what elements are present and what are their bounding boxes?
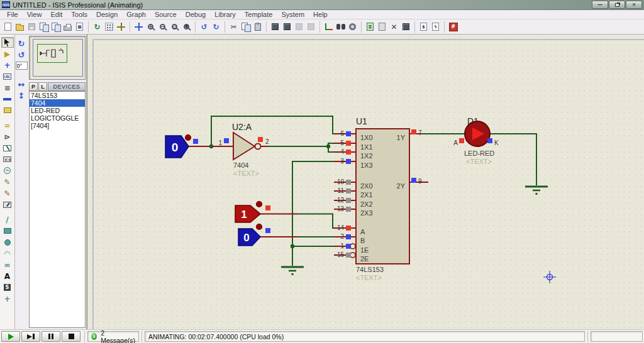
terminals-mode-button[interactable]: =: [1, 120, 14, 131]
toggle-button[interactable]: [257, 224, 262, 230]
rotate-anticlockwise-button[interactable]: ↺: [18, 49, 25, 60]
paste-button[interactable]: [252, 21, 264, 33]
mirror-horizontal-button[interactable]: ↔: [18, 79, 25, 90]
2d-closed-path-mode-button[interactable]: ∞: [1, 259, 14, 270]
goto-sheet-button[interactable]: [400, 21, 412, 33]
text-script-mode-button[interactable]: ≡: [1, 82, 14, 93]
toggle-button[interactable]: [186, 135, 191, 141]
cut-button[interactable]: ✂: [228, 21, 240, 33]
zoom-area-button[interactable]: ▫: [169, 21, 180, 33]
redraw-button[interactable]: ↻: [91, 21, 103, 33]
new-sheet-button[interactable]: [376, 21, 388, 33]
component-mode-button[interactable]: ▶: [1, 48, 14, 59]
search-tag-button[interactable]: [335, 21, 347, 33]
rotate-clockwise-button[interactable]: ↻: [18, 38, 25, 49]
copy-button[interactable]: [240, 21, 252, 33]
menu-edit[interactable]: Edit: [46, 11, 67, 18]
wire-autorouter-button[interactable]: [323, 21, 335, 33]
netlist-to-ares-button[interactable]: #: [447, 21, 459, 33]
menu-graph[interactable]: Graph: [122, 11, 150, 18]
device-item-[7404][interactable]: [7404]: [30, 122, 85, 129]
bill-of-materials-button[interactable]: $: [418, 21, 430, 33]
device-item-7404[interactable]: 7404: [30, 99, 85, 107]
property-assignment-button[interactable]: [347, 21, 358, 33]
mirror-vertical-button[interactable]: ↕: [18, 90, 25, 101]
zoom-in-button[interactable]: +: [145, 21, 157, 33]
library-manager-button[interactable]: L: [38, 82, 47, 91]
menu-debug[interactable]: Debug: [181, 11, 210, 18]
block-move-button[interactable]: [281, 21, 293, 33]
overview-viewport[interactable]: [37, 44, 67, 63]
minimize-button[interactable]: —: [592, 1, 608, 9]
2d-box-mode-button[interactable]: [1, 226, 14, 236]
menu-file[interactable]: File: [3, 11, 23, 18]
open-design-button[interactable]: [14, 21, 26, 33]
undo-button[interactable]: ↺: [198, 21, 210, 33]
logictoggle-b[interactable]: 0: [238, 224, 270, 246]
inverter-u2a[interactable]: U2:A 1 2 7404 <TEXT>: [218, 122, 269, 177]
redo-button[interactable]: ↻: [210, 21, 222, 33]
block-copy-button[interactable]: [269, 21, 281, 33]
zoom-out-button[interactable]: −: [157, 21, 169, 33]
menu-template[interactable]: Template: [240, 11, 277, 18]
led-d1[interactable]: D1 A K LED-RED <TEXT>: [453, 116, 499, 165]
logictoggle-a[interactable]: 1: [235, 202, 270, 223]
menu-library[interactable]: Library: [210, 11, 240, 18]
device-item-led-red[interactable]: LED-RED: [30, 107, 85, 114]
2d-symbol-mode-button[interactable]: S: [1, 282, 14, 293]
rotation-angle-field[interactable]: [16, 62, 28, 70]
menu-system[interactable]: System: [277, 11, 309, 18]
remove-sheet-button[interactable]: ✕: [388, 21, 400, 33]
stop-simulation-button[interactable]: [62, 331, 80, 342]
2d-text-mode-button[interactable]: A: [1, 271, 14, 281]
wire-toggle-to-1x0[interactable]: [211, 116, 335, 146]
schematic-canvas[interactable]: 0 U2:A 1 2 7404 <TEXT> U1 61: [87, 35, 644, 329]
current-probe-mode-button[interactable]: ✎: [1, 188, 14, 199]
wire-toggle1-to-a[interactable]: [298, 214, 335, 229]
device-pins-mode-button[interactable]: ⊳: [1, 131, 14, 142]
junction-dot-mode-button[interactable]: +: [1, 60, 14, 70]
voltage-probe-mode-button[interactable]: ✎: [1, 177, 14, 187]
new-file-button[interactable]: [2, 21, 14, 33]
device-item-logictoggle[interactable]: LOGICTOGGLE: [30, 114, 85, 122]
run-simulation-button[interactable]: [1, 331, 20, 342]
pick-devices-button[interactable]: P: [29, 82, 38, 91]
print-design-button[interactable]: [62, 21, 74, 33]
step-simulation-button[interactable]: [21, 331, 40, 342]
mux-u1[interactable]: U1 61X051X141X231X3102X0112X1122X2132X31…: [334, 116, 428, 281]
ground-symbol-right[interactable]: [525, 187, 548, 194]
menu-view[interactable]: View: [23, 11, 47, 18]
2d-arc-mode-button[interactable]: ◠: [1, 248, 14, 259]
2d-circle-mode-button[interactable]: [1, 237, 14, 248]
electrical-rule-check-button[interactable]: ϟ: [430, 21, 441, 33]
ground-symbol-left[interactable]: [281, 267, 304, 275]
wire-label-mode-button[interactable]: LBL: [1, 71, 14, 82]
mark-output-area-button[interactable]: ▦: [74, 21, 86, 33]
virtual-instruments-mode-button[interactable]: [1, 199, 14, 210]
message-counter[interactable]: i 2 Message(s): [87, 331, 139, 342]
close-button[interactable]: ✕: [626, 1, 642, 9]
tape-recorder-mode-button[interactable]: [1, 154, 14, 165]
import-section-button[interactable]: [38, 21, 50, 33]
toggle-grid-button[interactable]: [103, 21, 115, 33]
buses-mode-button[interactable]: [1, 94, 14, 104]
toggle-button[interactable]: [257, 202, 262, 207]
menu-design[interactable]: Design: [92, 11, 122, 18]
design-explorer-button[interactable]: ≣: [364, 21, 376, 33]
graph-mode-button[interactable]: [1, 143, 14, 153]
menu-source[interactable]: Source: [150, 11, 181, 18]
menu-tools[interactable]: Tools: [67, 11, 92, 18]
subcircuit-mode-button[interactable]: [1, 105, 14, 116]
restore-button[interactable]: [609, 1, 625, 9]
export-section-button[interactable]: [50, 21, 62, 33]
menu-help[interactable]: Help: [309, 11, 332, 18]
selection-mode-button[interactable]: [1, 37, 14, 48]
zoom-all-button[interactable]: ✱: [180, 21, 192, 33]
generator-mode-button[interactable]: ~: [1, 165, 14, 176]
device-item-74ls153[interactable]: 74LS153: [30, 92, 85, 99]
2d-line-mode-button[interactable]: /: [1, 214, 14, 225]
pan-button[interactable]: [133, 21, 145, 33]
schematic[interactable]: 0 U2:A 1 2 7404 <TEXT> U1 61: [89, 35, 644, 329]
pause-simulation-button[interactable]: [42, 331, 60, 342]
2d-markers-mode-button[interactable]: +: [1, 293, 14, 304]
